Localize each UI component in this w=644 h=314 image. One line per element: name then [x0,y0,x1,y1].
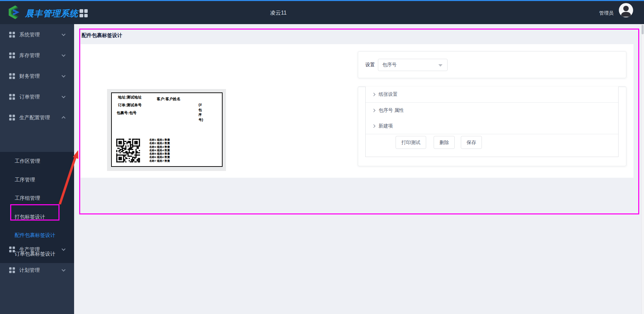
chevron-down-icon [62,32,65,36]
submenu-item-label: 工作区管理 [15,158,40,164]
chevron-right-icon [372,124,376,128]
chevron-down-icon [62,53,65,56]
accordion-row-label: 新建项 [379,123,393,129]
field-select-dropdown[interactable]: 包序号 [378,59,448,71]
chevron-right-icon [372,93,376,96]
label-preview[interactable]: 地址:测试地址 客户:客户姓名 订单:测试单号 包裹号:包号 {#包序号} 名称… [111,92,223,167]
label-field-package-seq-vertical[interactable]: {#包序号} [198,103,203,122]
sidebar-item-production-config[interactable]: 生产配置管理 [0,107,74,128]
accordion-row-field-properties[interactable]: 包序号 属性 [366,103,618,119]
sidebar-item-label: 生产配置管理 [19,114,50,121]
grid-icon [9,267,15,273]
sidebar-item-label: 计划管理 [19,267,40,273]
accordion-row-paper-settings[interactable]: 纸张设置 [366,87,618,103]
label-field-customer[interactable]: 客户:客户姓名 [157,97,180,102]
accordion-row-label: 纸张设置 [379,91,398,98]
sidebar-item-label: 财务管理 [19,73,40,79]
sidebar-item-inventory[interactable]: 库存管理 [0,45,74,66]
settings-label: 设置 [365,62,375,68]
submenu-item-label: 配件包裹标签设计 [15,232,55,239]
label-field-package-no[interactable]: 包裹号:包号 [117,110,137,116]
submenu-item-process[interactable]: 工序管理 [0,171,74,189]
save-button[interactable]: 保存 [461,136,482,149]
person-icon [619,3,633,17]
sidebar-item-system[interactable]: 系统管理 [0,24,74,45]
submenu-item-label: 打包标签设计 [15,213,45,220]
label-field-address[interactable]: 地址:测试地址 [118,95,142,100]
selected-field-value: 包序号 [382,62,397,68]
accordion-row-label: 包序号 属性 [379,107,404,114]
label-field-order[interactable]: 订单:测试单号 [118,103,142,108]
page-title: 配件包裹标签设计 [82,32,122,39]
submenu-item-packing-label-design[interactable]: 打包标签设计 [0,208,74,226]
user-avatar[interactable] [619,3,633,17]
sidebar-item-production[interactable]: 生产管理 [0,239,74,260]
collapse-menu-icon[interactable] [80,9,88,17]
sidebar-item-label: 库存管理 [19,52,40,58]
scrollbar-thumb[interactable] [642,25,644,34]
submenu-item-label: 工序管理 [15,176,35,183]
chevron-up-icon [62,116,65,120]
brand-title: 晨丰管理系统 [25,8,78,19]
sidebar-item-planning[interactable]: 计划管理 [0,260,74,280]
chevron-down-icon [62,73,65,77]
grid-icon [9,73,15,79]
accordion-row-new-item[interactable]: 新建项 [366,118,618,134]
grid-icon [9,32,15,37]
submenu-item-process-group[interactable]: 工序组管理 [0,189,74,208]
topbar: 晨丰管理系统 凌云11 管理员 [0,1,644,24]
chevron-down-icon [62,247,65,250]
qr-code[interactable] [116,139,140,162]
dropdown-caret-icon [438,64,442,67]
sidebar-item-label: 系统管理 [19,31,40,38]
grid-icon [9,115,15,120]
sidebar-item-label: 订单管理 [19,93,40,100]
sidebar-item-orders[interactable]: 订单管理 [0,86,74,107]
chevron-right-icon [372,109,376,112]
current-user-label[interactable]: 管理员 [599,10,613,16]
grid-icon [9,94,15,100]
scrollbar-track [641,24,644,314]
chevron-down-icon [62,94,65,98]
brand-logo-icon [6,4,21,20]
chevron-down-icon [62,267,65,271]
sidebar-item-finance[interactable]: 财务管理 [0,66,74,86]
print-test-button[interactable]: 打印测试 [396,136,426,149]
sidebar-item-label: 生产管理 [19,246,40,252]
grid-icon [9,246,15,252]
submenu-item-workzone[interactable]: 工作区管理 [0,152,74,171]
submenu-item-label: 工序组管理 [15,195,40,202]
app-window: 晨丰管理系统 凌云11 管理员 系统管理 库存管理 财务管理 [0,0,644,314]
workspace-title: 凌云11 [270,10,287,17]
sidebar: 系统管理 库存管理 财务管理 订单管理 生产配置管理 工作区管理 工序管理 工序… [0,24,74,314]
grid-icon [9,52,15,58]
label-field-item-list[interactable]: 名称1 规格1 数量名称2 规格2 数量名称3 规格3 数量名称4 规格4 数量… [149,138,170,163]
settings-accordion: 纸张设置 包序号 属性 新建项 打印测试 删除 保存 [365,87,619,157]
delete-button[interactable]: 删除 [434,136,455,149]
